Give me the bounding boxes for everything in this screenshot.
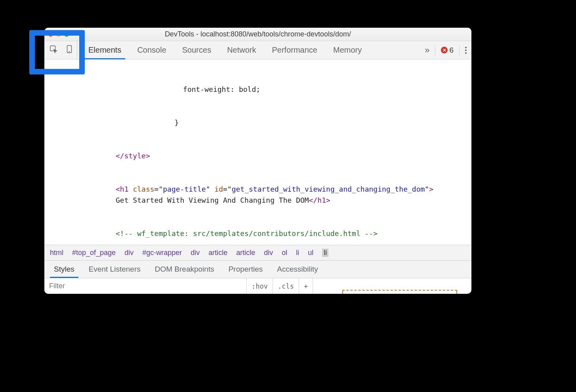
code-line[interactable]: </style> xyxy=(44,150,471,162)
crumb[interactable]: #top_of_page xyxy=(72,249,116,257)
styles-tab-styles[interactable]: Styles xyxy=(47,261,82,278)
crumb[interactable]: div xyxy=(191,249,200,257)
error-badge[interactable]: ✕ 6 xyxy=(435,45,454,55)
box-model-margin-outline xyxy=(342,290,457,294)
hov-toggle[interactable]: :hov xyxy=(246,278,273,294)
crumb[interactable]: article xyxy=(236,249,255,257)
code-line[interactable]: <!-- wf_template: src/templates/contribu… xyxy=(44,228,471,239)
more-tabs-icon[interactable]: » xyxy=(425,45,429,55)
crumb[interactable]: div xyxy=(264,249,273,257)
inspect-element-icon[interactable] xyxy=(49,45,58,55)
styles-tab-eventlisteners[interactable]: Event Listeners xyxy=(82,261,148,278)
main-tabs: Elements Console Sources Network Perform… xyxy=(77,41,370,59)
error-icon: ✕ xyxy=(441,47,448,53)
styles-filter-input[interactable] xyxy=(44,278,246,294)
styles-tabs: Styles Event Listeners DOM Breakpoints P… xyxy=(44,261,471,278)
title-bar: DevTools - localhost:8080/web/tools/chro… xyxy=(44,28,471,41)
crumb[interactable]: div xyxy=(124,249,134,257)
tab-performance[interactable]: Performance xyxy=(264,41,326,59)
styles-tab-accessibility[interactable]: Accessibility xyxy=(270,261,325,278)
tab-memory[interactable]: Memory xyxy=(325,41,370,59)
crumb[interactable]: li xyxy=(296,249,299,257)
styles-tab-properties[interactable]: Properties xyxy=(221,261,270,278)
crumb[interactable]: ul xyxy=(308,249,313,257)
tab-network[interactable]: Network xyxy=(219,41,264,59)
tab-elements[interactable]: Elements xyxy=(80,41,129,59)
main-toolbar: Elements Console Sources Network Perform… xyxy=(44,41,471,59)
new-style-button[interactable]: + xyxy=(299,278,313,294)
tab-sources[interactable]: Sources xyxy=(174,41,219,59)
styles-tab-dombreakpoints[interactable]: DOM Breakpoints xyxy=(148,261,221,278)
tab-console[interactable]: Console xyxy=(129,41,174,59)
box-model-area xyxy=(313,278,471,294)
crumb[interactable]: html xyxy=(50,249,63,257)
crumb-selected[interactable]: li xyxy=(322,249,328,257)
crumb[interactable]: #gc-wrapper xyxy=(142,249,182,257)
error-count: 6 xyxy=(449,46,454,55)
crumb[interactable]: ol xyxy=(282,249,287,257)
code-line[interactable]: font-weight: bold; xyxy=(44,84,471,95)
device-toggle-icon[interactable] xyxy=(65,45,74,55)
devtools-window: DevTools - localhost:8080/web/tools/chro… xyxy=(44,28,471,294)
code-line[interactable]: } xyxy=(44,117,471,128)
crumb[interactable]: article xyxy=(208,249,227,257)
kebab-icon xyxy=(465,47,467,54)
styles-filter-row: :hov .cls + xyxy=(44,278,471,294)
elements-tree[interactable]: font-weight: bold; } </style> <h1 class=… xyxy=(44,59,471,245)
settings-menu-button[interactable] xyxy=(459,45,467,55)
window-title: DevTools - localhost:8080/web/tools/chro… xyxy=(44,30,471,38)
code-line[interactable]: <h1 class="page-title" id="get_started_w… xyxy=(44,184,471,206)
dom-breadcrumb[interactable]: html #top_of_page div #gc-wrapper div ar… xyxy=(44,245,471,261)
cls-toggle[interactable]: .cls xyxy=(273,278,299,294)
